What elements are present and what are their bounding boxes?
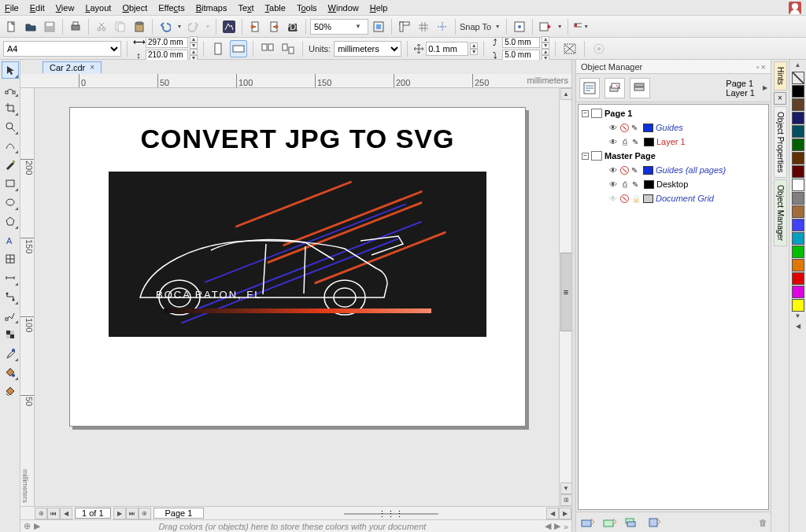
pencil-icon[interactable]: ✎ [631, 166, 641, 175]
text-tool[interactable]: A [2, 231, 19, 249]
no-print-icon[interactable] [620, 166, 629, 175]
tab-object-manager[interactable]: Object Manager [774, 179, 787, 246]
artistic-media-tool[interactable] [2, 156, 19, 173]
copy-button[interactable] [112, 18, 129, 35]
page-flyout-icon[interactable]: ▶ [763, 84, 767, 91]
search-content-button[interactable] [220, 18, 238, 35]
vertical-scrollbar[interactable]: ▲ ≡ ▼ ⊞ [559, 88, 571, 506]
nudge-distance-input[interactable] [426, 42, 468, 56]
docker-collapse-icon[interactable]: ▫ [756, 62, 760, 72]
no-print-icon[interactable] [620, 124, 629, 132]
color-swatch[interactable] [792, 98, 804, 111]
show-guidelines-button[interactable] [434, 18, 451, 35]
eye-icon[interactable]: 👁 [608, 138, 618, 146]
add-page-before-button[interactable]: ⊕ [35, 508, 47, 519]
palette-flyout-button[interactable]: ◀ [796, 323, 800, 332]
treat-as-filled-button[interactable] [561, 40, 579, 57]
scroll-right-button[interactable]: ▶ [559, 508, 571, 519]
color-swatch[interactable] [792, 139, 804, 151]
interactive-tool[interactable] [2, 307, 19, 324]
add-page-after-button[interactable]: ⊕ [139, 508, 151, 519]
eye-icon[interactable]: 👁 [608, 124, 618, 132]
close-icon[interactable]: × [90, 63, 94, 72]
color-swatch[interactable] [792, 192, 804, 205]
document-palette-strip[interactable]: ⊕ ▶ Drag colors (or objects) here to sto… [20, 519, 571, 532]
color-swatch[interactable] [792, 85, 804, 98]
current-page-button[interactable] [279, 40, 297, 57]
options-button[interactable] [511, 18, 528, 35]
color-swatch[interactable] [792, 179, 804, 191]
menu-layout[interactable]: Layout [85, 3, 111, 13]
new-master-layer-all-button[interactable] [623, 515, 641, 530]
interactive-fill-tool[interactable] [2, 364, 19, 381]
color-swatch[interactable] [792, 272, 804, 285]
publish-pdf-button[interactable]: PDF [284, 18, 301, 35]
color-swatch[interactable] [792, 246, 804, 258]
dup-x-spinner[interactable]: ▲▼ [542, 36, 549, 49]
color-swatch[interactable] [792, 259, 804, 272]
pencil-icon[interactable]: ✎ [632, 180, 641, 189]
import-button[interactable] [246, 18, 264, 35]
cut-button[interactable] [93, 18, 110, 35]
ellipse-tool[interactable] [2, 194, 19, 211]
nudge-spinner[interactable]: ▲▼ [470, 42, 478, 55]
page-height-input[interactable] [146, 50, 188, 61]
drawing-canvas[interactable]: CONVERT JPG TO SVG [35, 88, 571, 506]
full-screen-preview-button[interactable] [370, 18, 387, 35]
polygon-tool[interactable] [2, 212, 19, 230]
tree-page1[interactable]: −Page 1 [580, 106, 767, 120]
freehand-tool[interactable] [2, 137, 19, 154]
next-page-button[interactable]: ▶ [113, 508, 126, 519]
color-swatch[interactable] [643, 124, 653, 132]
color-swatch[interactable] [792, 205, 804, 218]
close-tab-button[interactable]: × [774, 92, 786, 105]
eye-icon[interactable]: 👁 [608, 194, 618, 203]
layer-manager-view-button[interactable] [630, 78, 650, 98]
color-swatch[interactable] [792, 299, 804, 312]
new-master-layer-button[interactable] [601, 515, 619, 530]
menu-table[interactable]: Table [265, 3, 286, 13]
vertical-ruler[interactable]: 200 150 100 50 millimeters [20, 88, 35, 506]
color-swatch[interactable] [792, 152, 804, 164]
edit-across-layers-button[interactable] [604, 78, 625, 98]
scroll-up-button[interactable]: ▲ [560, 88, 572, 100]
show-rulers-button[interactable] [396, 18, 413, 35]
docker-close-icon[interactable]: × [761, 62, 766, 72]
landscape-button[interactable] [230, 40, 247, 57]
smart-fill-tool[interactable] [2, 382, 19, 400]
page-tab[interactable]: Page 1 [153, 508, 205, 519]
object-tree[interactable]: −Page 1 👁 ✎ Guides 👁 ⎙ ✎ Layer 1 −Master… [578, 104, 769, 510]
palette-up-button[interactable]: ▲ [795, 61, 801, 71]
launch-dropdown[interactable]: ▼ [556, 18, 564, 35]
eye-icon[interactable]: 👁 [608, 166, 618, 175]
page-width-input[interactable] [146, 37, 188, 48]
menu-bitmaps[interactable]: Bitmaps [196, 3, 227, 13]
table-tool[interactable] [2, 250, 19, 268]
print-icon[interactable]: ⎙ [620, 180, 630, 189]
dimension-tool[interactable] [2, 269, 19, 286]
save-button[interactable] [41, 18, 58, 35]
scroll-thumb-v[interactable]: ≡ [560, 253, 572, 331]
pencil-icon[interactable]: ✎ [632, 138, 641, 146]
no-color-swatch[interactable] [792, 72, 804, 84]
menu-effects[interactable]: Effects [158, 3, 184, 13]
color-swatch[interactable] [792, 219, 804, 231]
prev-page-button[interactable]: ◀ [60, 508, 72, 519]
launch-button[interactable] [537, 18, 554, 35]
menu-view[interactable]: View [56, 3, 75, 13]
tree-guides-all[interactable]: 👁 ✎ Guides (all pages) [580, 163, 767, 177]
tree-desktop[interactable]: 👁 ⎙ ✎ Desktop [580, 177, 767, 191]
zoom-tool[interactable] [2, 118, 19, 135]
color-swatch[interactable] [644, 138, 654, 146]
palette-down-button[interactable]: ▼ [795, 312, 801, 322]
width-spinner[interactable]: ▲▼ [190, 36, 198, 49]
color-swatch[interactable] [792, 286, 804, 298]
color-swatch[interactable] [643, 166, 653, 175]
color-swatch[interactable] [643, 194, 653, 203]
customize-dropdown[interactable]: ▼ [572, 18, 590, 35]
menu-edit[interactable]: Edit [30, 3, 45, 13]
color-swatch[interactable] [792, 125, 804, 138]
horizontal-ruler[interactable]: 0 50 100 150 200 250 millimeters [20, 74, 571, 88]
snap-to-dropdown[interactable]: ▼ [493, 18, 502, 35]
open-button[interactable] [22, 18, 39, 35]
